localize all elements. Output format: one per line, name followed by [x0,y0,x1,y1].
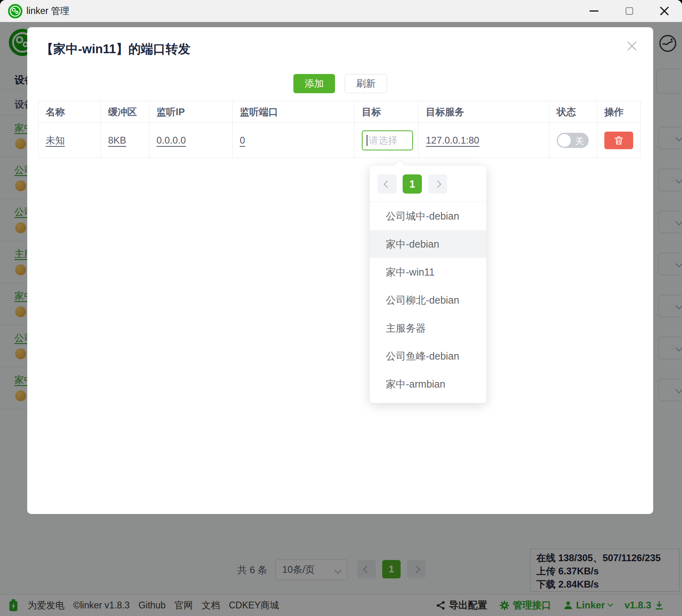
dropdown-padding [370,398,486,403]
window-title: linker 管理 [26,5,69,17]
row-buffer-link[interactable]: 8KB [108,135,126,146]
modal-toolbar: 添加 刷新 [27,74,653,93]
minimize-icon [590,10,598,12]
dropdown-option-active[interactable]: 家中-debian [370,230,486,258]
dropdown-option[interactable]: 主服务器 [370,314,486,342]
dropdown-prev-page-button[interactable] [377,174,397,194]
header-buffer: 缓冲区 [101,101,149,123]
dropdown-next-page-button[interactable] [428,174,447,194]
close-window-button[interactable] [647,0,682,22]
table-row: 未知 8KB 0.0.0.0 0 请选择 127.0.0.1:80 [38,123,641,158]
target-select-placeholder: 请选择 [369,134,397,147]
add-button[interactable]: 添加 [293,74,335,93]
port-forward-table: 名称 缓冲区 监听IP 监听端口 目标 目标服务 状态 操作 未知 8KB 0.… [38,101,641,158]
dropdown-option[interactable]: 家中-win11 [370,258,486,286]
dropdown-option[interactable]: 公司柳北-debian [370,286,486,314]
chevron-right-icon [434,180,441,188]
header-listen-port: 监听端口 [233,101,355,123]
refresh-button[interactable]: 刷新 [345,74,387,93]
dropdown-option[interactable]: 公司城中-debian [370,202,486,230]
status-toggle-off[interactable]: 关 [557,133,589,148]
row-listen-port-link[interactable]: 0 [240,135,245,146]
header-actions: 操作 [597,101,641,123]
table-header-row: 名称 缓冲区 监听IP 监听端口 目标 目标服务 状态 操作 [38,101,641,123]
modal-close-button[interactable] [626,40,638,52]
window-controls [576,0,682,22]
header-status: 状态 [550,101,597,123]
dropdown-current-page-button[interactable]: 1 [403,174,422,194]
trash-icon [613,135,624,146]
delete-button[interactable] [604,132,633,149]
port-forward-modal: 【家中-win11】的端口转发 添加 刷新 名称 缓冲区 监听IP 监听端口 目… [27,27,653,514]
minimize-button[interactable] [576,0,612,22]
header-name: 名称 [38,101,101,123]
maximize-button[interactable] [612,0,647,22]
titlebar: linker 管理 [0,0,682,22]
maximize-icon [626,7,633,15]
app-window: linker 管理 设备 设备 家中 公司 公司 主 [0,0,682,616]
toggle-knob [558,134,571,147]
chevron-left-icon [383,180,391,188]
close-icon [660,6,669,16]
header-target-service: 目标服务 [419,101,550,123]
modal-title: 【家中-win11】的端口转发 [41,41,191,58]
row-target-service-link[interactable]: 127.0.0.1:80 [426,135,479,146]
row-name-link[interactable]: 未知 [46,135,65,146]
target-select-dropdown: 1 公司城中-debian 家中-debian 家中-win11 公司柳北-de… [369,165,487,403]
target-select[interactable]: 请选择 [362,130,413,150]
dropdown-option[interactable]: 公司鱼峰-debian [370,342,486,370]
header-listen-ip: 监听IP [149,101,233,123]
header-target: 目标 [355,101,419,123]
row-listen-ip-link[interactable]: 0.0.0.0 [156,135,186,146]
toggle-off-label: 关 [575,135,584,147]
linker-logo-icon [8,4,22,18]
dropdown-page-number: 1 [409,178,415,190]
dropdown-option[interactable]: 家中-armbian [370,370,486,398]
dropdown-pager: 1 [370,166,486,202]
text-cursor [367,135,367,146]
